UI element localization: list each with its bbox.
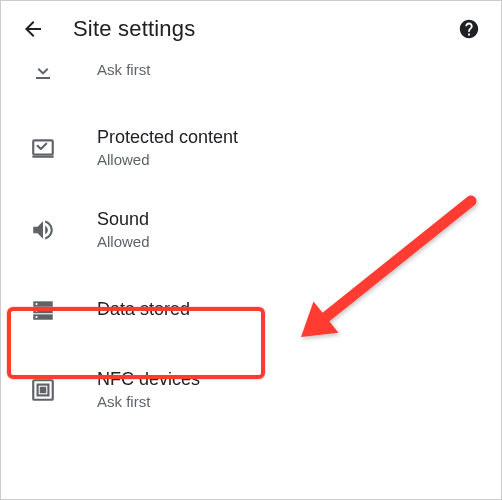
item-subtitle: Ask first (97, 60, 150, 80)
svg-point-5 (35, 309, 37, 311)
item-title: Sound (97, 208, 150, 231)
item-title: Protected content (97, 126, 238, 149)
list-item-data-stored[interactable]: Data stored (1, 271, 501, 349)
protected-content-icon (27, 135, 59, 161)
storage-icon (27, 297, 59, 323)
svg-rect-9 (41, 388, 45, 392)
item-text: Sound Allowed (97, 208, 150, 252)
header: Site settings (1, 1, 501, 57)
svg-point-6 (35, 316, 37, 318)
back-button[interactable] (13, 9, 53, 49)
list-item[interactable]: Ask first (1, 59, 501, 107)
help-icon (458, 18, 480, 40)
sound-icon (27, 217, 59, 243)
page-title: Site settings (73, 16, 195, 42)
item-title: Data stored (97, 298, 190, 321)
item-text: Ask first (97, 59, 150, 80)
item-subtitle: Allowed (97, 232, 150, 252)
download-icon (27, 59, 59, 83)
help-button[interactable] (449, 9, 489, 49)
item-text: Protected content Allowed (97, 126, 238, 170)
svg-point-4 (35, 303, 37, 305)
item-subtitle: Ask first (97, 392, 200, 412)
item-text: Data stored (97, 298, 190, 321)
list-item[interactable]: Protected content Allowed (1, 107, 501, 189)
item-subtitle: Allowed (97, 150, 238, 170)
nfc-icon (27, 377, 59, 403)
list-item[interactable]: Sound Allowed (1, 189, 501, 271)
arrow-back-icon (21, 17, 45, 41)
item-title: NFC devices (97, 368, 200, 391)
settings-list: Ask first Protected content Allowed Soun… (1, 57, 501, 431)
list-item[interactable]: NFC devices Ask first (1, 349, 501, 431)
item-text: NFC devices Ask first (97, 368, 200, 412)
